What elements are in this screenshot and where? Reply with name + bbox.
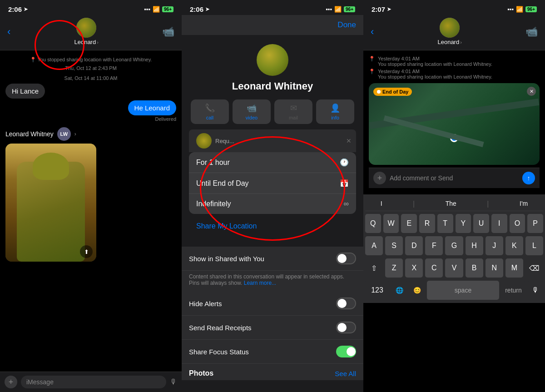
- location-option-endofday[interactable]: Until End of Day 📅: [189, 173, 356, 194]
- globe-icon[interactable]: 🌐: [391, 281, 407, 300]
- video-button-2[interactable]: 📹 video: [233, 99, 271, 124]
- toggle-thumb-4: [347, 347, 356, 356]
- key-B[interactable]: B: [466, 258, 483, 278]
- info-label-2: info: [331, 115, 339, 120]
- video-label-2: video: [246, 115, 258, 120]
- key-E[interactable]: E: [401, 214, 417, 233]
- location-arrow-2: ➤: [205, 6, 209, 12]
- hide-alerts-row: Hide Alerts: [182, 292, 363, 316]
- close-x-icon[interactable]: ✕: [346, 137, 352, 144]
- share-focus-row: Share Focus Status: [182, 340, 363, 364]
- hide-alerts-toggle[interactable]: [336, 298, 356, 309]
- key-L[interactable]: L: [525, 236, 543, 255]
- key-K[interactable]: K: [505, 236, 523, 255]
- mic-key[interactable]: 🎙: [528, 281, 543, 300]
- mail-button-2[interactable]: ✉ mail: [274, 99, 312, 124]
- signal-icon-2: ▪▪▪: [326, 6, 332, 13]
- sys-time-1: Yesterday 4:01 AM: [378, 56, 492, 61]
- video-icon-3[interactable]: 📹: [525, 26, 538, 38]
- photo-share-button[interactable]: ⬆: [80, 245, 93, 258]
- map-container-3[interactable]: End of Day ✕: [369, 83, 540, 165]
- comment-plus-3[interactable]: +: [373, 172, 386, 184]
- share-location-button[interactable]: Share My Location: [189, 217, 356, 236]
- call-button-2[interactable]: 📞 call: [191, 99, 229, 124]
- location-option-1hour[interactable]: For 1 hour 🕐: [189, 152, 356, 173]
- bubble-incoming-1: Hi Lance: [5, 84, 45, 99]
- contact-info-header-3[interactable]: Leonard ›: [437, 18, 461, 45]
- key-V[interactable]: V: [445, 258, 463, 278]
- status-icons-1: ▪▪▪ 📶 96+: [144, 6, 173, 13]
- location-option-indefinitely[interactable]: Indefinitely ∞: [189, 194, 356, 214]
- plus-button-1[interactable]: +: [5, 376, 17, 388]
- word-suggestion-2[interactable]: The: [446, 200, 456, 208]
- contact-avatar-lg-2: [257, 44, 288, 76]
- word-suggestion-1[interactable]: I: [381, 200, 382, 208]
- contact-name-lg-2: Leonard Whitney: [232, 80, 313, 92]
- key-Q[interactable]: Q: [365, 214, 381, 233]
- contact-info-header-1[interactable]: Leonard ›: [74, 18, 98, 45]
- key-J[interactable]: J: [486, 236, 503, 255]
- key-N[interactable]: N: [486, 258, 503, 278]
- key-U[interactable]: U: [473, 214, 489, 233]
- contact-row-1[interactable]: Leonard Whitney LW ›: [5, 127, 176, 141]
- key-T[interactable]: T: [437, 214, 453, 233]
- time-display-3: 2:07: [372, 5, 385, 13]
- chat-header-1: ‹ Leonard › 📹: [0, 15, 182, 50]
- space-key[interactable]: space: [427, 281, 499, 300]
- send-receipts-label: Send Read Receipts: [189, 324, 252, 332]
- key-R[interactable]: R: [419, 214, 435, 233]
- emoji-key[interactable]: 😊: [409, 281, 425, 300]
- bubble-outgoing-1: He Leonard: [128, 100, 176, 115]
- key-M[interactable]: M: [505, 258, 523, 278]
- comment-input-3[interactable]: Add comment or Send: [390, 174, 519, 182]
- send-button-3[interactable]: ↑: [522, 172, 535, 184]
- delete-key[interactable]: ⌫: [525, 258, 543, 278]
- key-X[interactable]: X: [405, 258, 423, 278]
- key-F[interactable]: F: [425, 236, 443, 255]
- frog-photo-1: [5, 144, 96, 262]
- key-A[interactable]: A: [365, 236, 383, 255]
- keyboard-row-3: ⇧ Z X C V B N M ⌫: [365, 258, 543, 278]
- chat-body-1: 📍 You stopped sharing location with Leon…: [0, 50, 182, 372]
- key-G[interactable]: G: [445, 236, 463, 255]
- share-focus-toggle[interactable]: [336, 346, 356, 357]
- key-W[interactable]: W: [383, 214, 399, 233]
- see-all-button-2[interactable]: See All: [335, 370, 356, 377]
- clock-icon: 🕐: [340, 158, 349, 167]
- key-P[interactable]: P: [527, 214, 543, 233]
- mail-icon-2: ✉: [290, 103, 297, 113]
- info-button-2[interactable]: 👤 info: [316, 99, 354, 124]
- key-S[interactable]: S: [385, 236, 403, 255]
- learn-more-link[interactable]: Learn more...: [244, 280, 276, 286]
- shift-key[interactable]: ⇧: [365, 258, 383, 278]
- contact-info-body-2: Leonard Whitney 📞 call 📹 video ✉ mail 👤: [182, 35, 363, 242]
- done-button-2[interactable]: Done: [337, 20, 356, 30]
- contact-name-1: Leonard ›: [74, 39, 98, 45]
- avatar-3: [440, 18, 460, 38]
- mic-icon-1[interactable]: 🎙: [170, 378, 177, 386]
- key-O[interactable]: O: [510, 214, 525, 233]
- mail-label-2: mail: [289, 115, 298, 120]
- map-close-button[interactable]: ✕: [527, 87, 536, 96]
- key-Y[interactable]: Y: [456, 214, 471, 233]
- battery-3: 96+: [525, 6, 537, 12]
- video-icon-1[interactable]: 📹: [162, 26, 174, 38]
- wifi-icon-3: 📶: [516, 6, 523, 13]
- call-label-2: call: [206, 115, 214, 120]
- return-key[interactable]: return: [501, 281, 525, 300]
- back-button-3[interactable]: ‹: [371, 26, 374, 38]
- key-D[interactable]: D: [405, 236, 423, 255]
- keyboard-3: I | The | I'm Q W E R T Y U I O P A: [363, 194, 545, 303]
- back-button-1[interactable]: ‹: [7, 26, 10, 38]
- key-C[interactable]: C: [425, 258, 443, 278]
- keyboard-row-4: 123 🌐 😊 space return 🎙: [365, 281, 543, 300]
- show-shared-toggle[interactable]: [336, 253, 356, 264]
- message-input-1[interactable]: iMessage: [21, 376, 166, 388]
- send-receipts-toggle[interactable]: [336, 322, 356, 333]
- key-Z[interactable]: Z: [385, 258, 403, 278]
- time-3: 2:07 ➤: [372, 5, 391, 13]
- numbers-key[interactable]: 123: [365, 281, 389, 300]
- key-I[interactable]: I: [491, 214, 507, 233]
- key-H[interactable]: H: [466, 236, 483, 255]
- word-suggestion-3[interactable]: I'm: [520, 200, 528, 208]
